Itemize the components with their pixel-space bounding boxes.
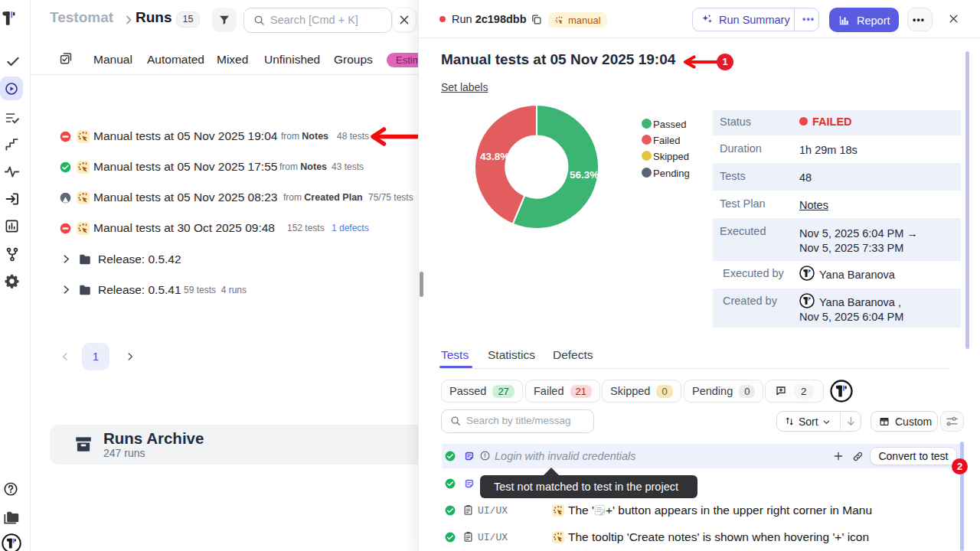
svg-text:43.8%: 43.8% xyxy=(480,151,509,162)
svg-text:56.3%: 56.3% xyxy=(570,169,599,181)
